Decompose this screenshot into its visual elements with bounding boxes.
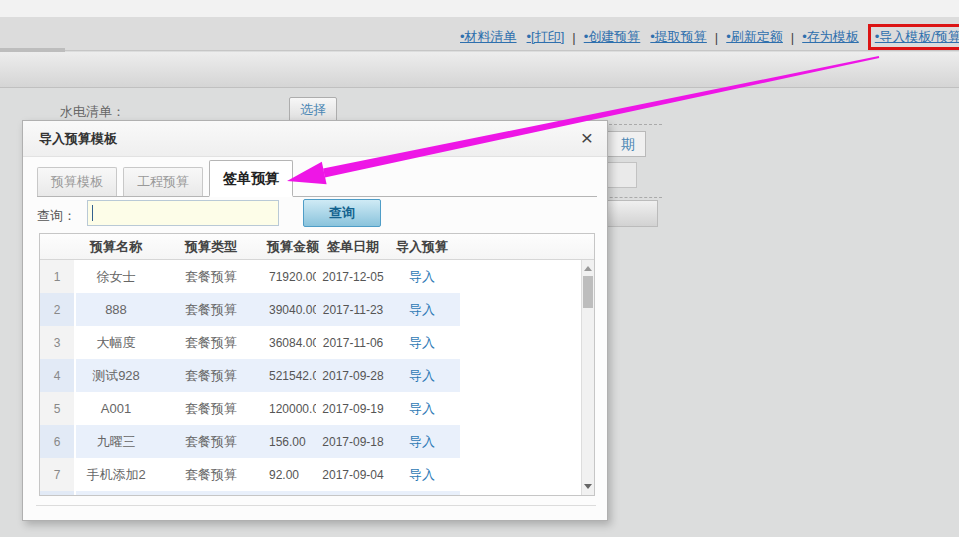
- toolbar-separator: |: [715, 30, 718, 45]
- import-link[interactable]: 导入: [409, 401, 435, 416]
- search-label: 查询：: [37, 205, 76, 227]
- toolbar-separator: |: [791, 30, 794, 45]
- header-sign-date: 签单日期: [316, 238, 386, 256]
- budget-table: 预算名称 预算类型 预算金额 签单日期 导入预算 1徐女士套餐预算71920.0…: [39, 233, 595, 496]
- import-link[interactable]: 导入: [409, 368, 435, 383]
- import-link[interactable]: 导入: [409, 269, 435, 284]
- close-icon[interactable]: ×: [575, 126, 599, 150]
- import-budget-template-dialog: 导入预算模板 × 预算模板 工程预算 签单预算 查询： 查询 预算名称 预算类型…: [22, 120, 608, 521]
- row-number: 2: [40, 293, 76, 326]
- import-link[interactable]: 导入: [409, 302, 435, 317]
- budget-name-cell: 手机添加2: [76, 466, 156, 484]
- import-action-cell: 导入: [386, 268, 458, 286]
- budget-type-cell: 套餐预算: [156, 334, 266, 352]
- tab-bar: 预算模板 工程预算 签单预算: [37, 161, 597, 197]
- toolbar: •材料清单•[打印]|•创建预算•提取预算|•刷新定额|•存为模板•导入模板/预…: [0, 17, 959, 51]
- table-row[interactable]: 7手机添加2套餐预算92.002017-09-04导入: [40, 458, 460, 491]
- sign-date-cell: 2017-09-19: [316, 402, 386, 416]
- import-action-cell: 导入: [386, 301, 458, 319]
- budget-type-cell: 套餐预算: [156, 400, 266, 418]
- row-number: [40, 491, 76, 496]
- toolbar-link[interactable]: •[打印]: [527, 28, 565, 46]
- header-budget-name: 预算名称: [76, 238, 156, 256]
- water-electric-list-label: 水电清单：: [60, 103, 125, 121]
- sign-date-cell: 2017-11-23: [316, 303, 386, 317]
- header-import-budget: 导入预算: [386, 238, 458, 256]
- secondary-toolbar-band: [0, 52, 959, 88]
- row-number: 6: [40, 425, 76, 458]
- budget-type-cell: 套餐预算: [156, 466, 266, 484]
- toolbar-link[interactable]: •提取预算: [650, 28, 707, 46]
- toolbar-separator: |: [572, 30, 575, 45]
- table-row[interactable]: 2888套餐预算39040.002017-11-23导入: [40, 293, 460, 326]
- table-row[interactable]: 6九曜三套餐预算156.002017-09-18导入: [40, 425, 460, 458]
- dialog-title: 导入预算模板: [23, 121, 607, 157]
- budget-name-cell: 大幅度: [76, 334, 156, 352]
- sign-date-cell: 2017-09-28: [316, 369, 386, 383]
- sign-date-cell: 2017-09-04: [316, 468, 386, 482]
- budget-amount-cell: 120000.00: [266, 402, 316, 416]
- scroll-down-icon[interactable]: [584, 484, 592, 489]
- sign-date-cell: 2017-11-06: [316, 336, 386, 350]
- dialog-footer-divider: [36, 505, 596, 506]
- import-action-cell: 导入: [386, 367, 458, 385]
- table-row[interactable]: 4测试928套餐预算521542.002017-09-28导入: [40, 359, 460, 392]
- import-action-cell: 导入: [386, 466, 458, 484]
- import-link[interactable]: 导入: [409, 467, 435, 482]
- sign-date-cell: 2017-09-18: [316, 435, 386, 449]
- budget-name-cell: 九曜三: [76, 433, 156, 451]
- toolbar-link[interactable]: •创建预算: [584, 28, 641, 46]
- budget-type-cell: 套餐预算: [156, 433, 266, 451]
- top-strip: [0, 0, 959, 17]
- budget-name-cell: 徐女士: [76, 268, 156, 286]
- import-link[interactable]: 导入: [409, 434, 435, 449]
- sign-date-cell: 2017-12-05: [316, 270, 386, 284]
- tab-project-budget[interactable]: 工程预算: [123, 167, 203, 196]
- budget-type-cell: 套餐预算: [156, 268, 266, 286]
- budget-amount-cell: 71920.00: [266, 270, 316, 284]
- search-input[interactable]: [87, 200, 279, 226]
- budget-amount-cell: 36084.00: [266, 336, 316, 350]
- table-row[interactable]: 3大幅度套餐预算36084.002017-11-06导入: [40, 326, 460, 359]
- row-number: 4: [40, 359, 76, 392]
- table-row[interactable]: 1徐女士套餐预算71920.002017-12-05导入: [40, 260, 460, 293]
- budget-amount-cell: 39040.00: [266, 303, 316, 317]
- app-screen: •材料清单•[打印]|•创建预算•提取预算|•刷新定额|•存为模板•导入模板/预…: [0, 0, 959, 537]
- table-header-row: 预算名称 预算类型 预算金额 签单日期 导入预算: [40, 234, 594, 260]
- budget-name-cell: 测试928: [76, 367, 156, 385]
- budget-amount-cell: 92.00: [266, 468, 316, 482]
- header-row-number: [40, 234, 76, 259]
- table-body: 1徐女士套餐预算71920.002017-12-05导入2888套餐预算3904…: [40, 260, 594, 496]
- budget-amount-cell: 521542.00: [266, 369, 316, 383]
- header-budget-type: 预算类型: [156, 238, 266, 256]
- budget-type-cell: 套餐预算: [156, 301, 266, 319]
- vertical-scrollbar[interactable]: [581, 260, 594, 495]
- budget-type-cell: 套餐预算: [156, 367, 266, 385]
- toolbar-link[interactable]: •材料清单: [460, 28, 517, 46]
- toolbar-link-highlighted[interactable]: •导入模板/预算: [868, 24, 959, 50]
- row-number: 1: [40, 260, 76, 293]
- tab-signed-budget[interactable]: 签单预算: [209, 160, 293, 197]
- import-action-cell: 导入: [386, 400, 458, 418]
- header-budget-amount: 预算金额: [266, 238, 316, 256]
- toolbar-links: •材料清单•[打印]|•创建预算•提取预算|•刷新定额|•存为模板•导入模板/预…: [455, 17, 959, 51]
- budget-name-cell: 888: [76, 302, 156, 317]
- import-action-cell: 导入: [386, 433, 458, 451]
- budget-name-cell: A001: [76, 401, 156, 416]
- import-action-cell: 导入: [386, 334, 458, 352]
- text-caret: [92, 205, 93, 221]
- table-row[interactable]: 5A001套餐预算120000.002017-09-19导入: [40, 392, 460, 425]
- row-number: 7: [40, 458, 76, 491]
- table-row[interactable]: [40, 491, 460, 496]
- budget-amount-cell: 156.00: [266, 435, 316, 449]
- tab-budget-template[interactable]: 预算模板: [37, 167, 117, 196]
- row-number: 5: [40, 392, 76, 425]
- toolbar-link[interactable]: •存为模板: [802, 28, 859, 46]
- toolbar-link[interactable]: •刷新定额: [726, 28, 783, 46]
- scrollbar-thumb[interactable]: [583, 276, 593, 308]
- scroll-up-icon[interactable]: [584, 266, 592, 271]
- search-button[interactable]: 查询: [303, 199, 381, 227]
- import-link[interactable]: 导入: [409, 335, 435, 350]
- row-number: 3: [40, 326, 76, 359]
